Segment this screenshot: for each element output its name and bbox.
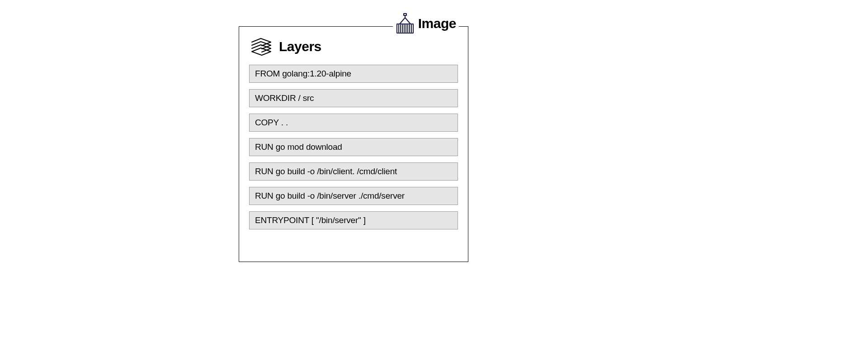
container-icon: [396, 13, 415, 34]
svg-marker-11: [252, 48, 271, 55]
layer-item: FROM golang:1.20-alpine: [249, 65, 458, 83]
image-label-group: Image: [393, 13, 459, 34]
layer-item: RUN go mod download: [249, 138, 458, 156]
layers-list: FROM golang:1.20-alpine WORKDIR / src CO…: [239, 65, 468, 239]
layer-item: ENTRYPOINT [ "/bin/server" ]: [249, 211, 458, 229]
image-label: Image: [418, 16, 456, 31]
layers-title: Layers: [279, 39, 321, 54]
layers-stack-icon: [250, 37, 273, 57]
layer-item: RUN go build -o /bin/server ./cmd/server: [249, 187, 458, 205]
image-box: Image Layers FR: [239, 26, 468, 262]
layer-item: RUN go build -o /bin/client. /cmd/client: [249, 162, 458, 181]
layer-item: COPY . .: [249, 114, 458, 132]
layer-item: WORKDIR / src: [249, 89, 458, 107]
svg-rect-2: [397, 24, 413, 33]
